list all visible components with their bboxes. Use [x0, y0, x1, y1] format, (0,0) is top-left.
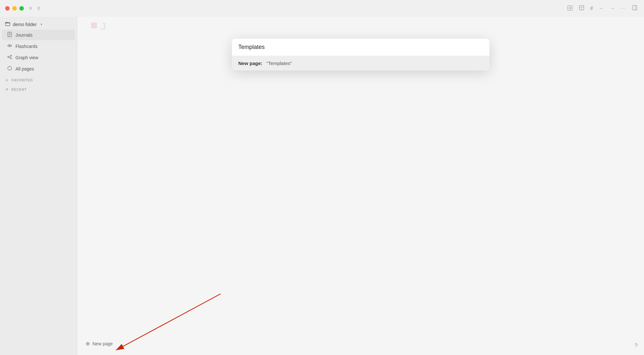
menu-icon[interactable]: ≡	[29, 5, 32, 11]
main-content: J New page: "Templates"	[77, 17, 644, 355]
titlebar-icons: ≡ ⚲	[29, 5, 40, 11]
titlebar-right: # ← → ···	[567, 0, 638, 17]
sidebar-item-journals-label: Journals	[15, 33, 33, 38]
svg-point-16	[10, 58, 12, 59]
titlebar: ≡ ⚲ # ← → ···	[0, 0, 644, 17]
sidebar-item-journals[interactable]: Journals	[2, 30, 75, 40]
hash-icon[interactable]: #	[590, 5, 593, 11]
folder-chevron-icon: ▾	[41, 23, 42, 26]
svg-rect-4	[632, 5, 637, 10]
sidebar-item-flashcards-label: Flashcards	[15, 44, 37, 49]
traffic-light-green[interactable]	[19, 6, 24, 11]
sidebar-folder[interactable]: demo folder ▾	[0, 19, 77, 29]
graph-view-icon	[7, 54, 12, 61]
sidebar: demo folder ▾ Journals	[0, 17, 77, 355]
app-container: demo folder ▾ Journals	[0, 17, 644, 355]
table-icon[interactable]	[579, 5, 584, 12]
svg-point-15	[10, 55, 12, 56]
share-icon[interactable]	[567, 5, 573, 12]
favorites-header: ☆ FAVORITES	[0, 74, 77, 84]
recent-header: ↺ RECENT	[0, 84, 77, 93]
panel-icon[interactable]	[632, 5, 638, 12]
forward-icon[interactable]: →	[610, 5, 615, 11]
svg-line-18	[9, 57, 10, 58]
sidebar-item-graph-view-label: Graph view	[15, 55, 38, 60]
svg-point-19	[8, 66, 12, 70]
journals-icon	[7, 32, 12, 38]
svg-point-14	[8, 56, 9, 58]
search-result-new-page[interactable]: New page: "Templates"	[232, 56, 489, 70]
result-page-name: "Templates"	[267, 61, 292, 66]
folder-icon	[5, 21, 10, 27]
result-new-label: New page:	[238, 61, 265, 66]
sidebar-item-graph-view[interactable]: Graph view	[2, 52, 75, 63]
more-icon[interactable]: ···	[621, 5, 626, 11]
traffic-light-yellow[interactable]	[12, 6, 17, 11]
sidebar-item-all-pages-label: All pages	[15, 66, 34, 71]
sidebar-item-all-pages[interactable]: All pages	[2, 63, 75, 74]
search-input[interactable]	[238, 44, 483, 51]
search-icon[interactable]: ⚲	[37, 6, 40, 11]
traffic-lights	[5, 6, 24, 11]
favorites-icon: ☆	[5, 78, 9, 82]
search-modal: New page: "Templates"	[232, 39, 489, 70]
all-pages-icon	[7, 66, 12, 72]
search-input-row	[232, 39, 489, 56]
folder-label: demo folder	[13, 22, 37, 27]
sidebar-item-flashcards[interactable]: Flashcards	[2, 41, 75, 51]
recent-icon: ↺	[5, 88, 8, 91]
traffic-light-red[interactable]	[5, 6, 10, 11]
svg-line-17	[9, 56, 10, 57]
modal-overlay: New page: "Templates"	[77, 17, 644, 355]
flashcards-icon	[7, 43, 12, 49]
back-icon[interactable]: ←	[599, 5, 604, 11]
